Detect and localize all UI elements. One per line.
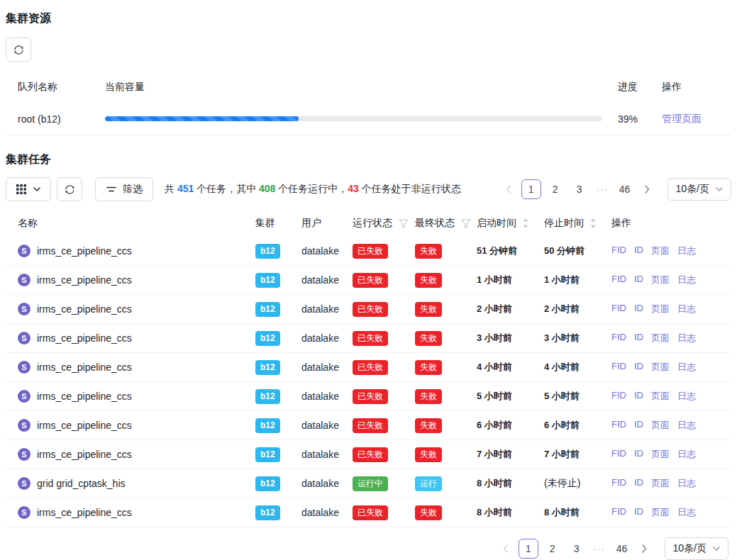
task-user: datalake (301, 449, 353, 460)
avatar: S (18, 303, 31, 315)
prev-page-icon[interactable] (500, 180, 517, 198)
log-link[interactable]: 日志 (677, 419, 696, 432)
page-46[interactable]: 46 (612, 539, 632, 559)
cluster-badge: b12 (255, 331, 280, 346)
fid-link[interactable]: FID (611, 448, 626, 461)
final-status-filter-icon[interactable] (461, 219, 471, 228)
log-link[interactable]: 日志 (677, 448, 696, 461)
id-link[interactable]: ID (634, 419, 643, 432)
log-link[interactable]: 日志 (677, 245, 696, 257)
tasks-toolbar: 筛选 共 451 个任务，其中 408 个任务运行中，43 个任务处于非运行状态… (6, 177, 731, 201)
manage-page-link[interactable]: 管理页面 (662, 113, 702, 124)
page-size-select[interactable]: 10条/页 (667, 178, 731, 201)
fid-link[interactable]: FID (611, 361, 626, 374)
log-link[interactable]: 日志 (677, 477, 696, 490)
cluster-badge: b12 (255, 302, 280, 317)
cluster-resources-title: 集群资源 (6, 0, 731, 26)
log-link[interactable]: 日志 (677, 390, 696, 403)
fid-link[interactable]: FID (611, 245, 626, 257)
fid-link[interactable]: FID (611, 477, 626, 490)
fid-link[interactable]: FID (611, 303, 626, 315)
id-link[interactable]: ID (634, 274, 643, 286)
chevron-down-icon (713, 547, 720, 551)
run-status-badge: 运行中 (353, 476, 388, 491)
page-link[interactable]: 页面 (651, 419, 670, 432)
final-status-badge: 失败 (415, 389, 442, 404)
start-time-sort-icon[interactable] (523, 218, 528, 228)
id-link[interactable]: ID (634, 506, 643, 519)
id-link[interactable]: ID (634, 448, 643, 461)
task-name: irms_ce_pipeline_ccs (37, 274, 132, 286)
log-link[interactable]: 日志 (677, 361, 696, 374)
next-page-icon[interactable] (639, 180, 656, 198)
final-status-badge: 失败 (415, 360, 442, 375)
task-name: irms_ce_pipeline_ccs (37, 449, 132, 460)
id-link[interactable]: ID (634, 303, 643, 315)
fid-link[interactable]: FID (611, 419, 626, 432)
page-2[interactable]: 2 (543, 539, 563, 559)
page-ellipsis[interactable]: ··· (591, 543, 608, 554)
page-1[interactable]: 1 (519, 539, 538, 559)
page-link[interactable]: 页面 (651, 506, 670, 519)
final-status-badge: 失败 (415, 273, 442, 288)
fid-link[interactable]: FID (611, 506, 626, 519)
page-3[interactable]: 3 (570, 179, 589, 199)
log-link[interactable]: 日志 (677, 303, 696, 315)
page-46[interactable]: 46 (615, 179, 635, 199)
resources-refresh-button[interactable] (6, 38, 31, 62)
log-link[interactable]: 日志 (677, 332, 696, 345)
chevron-down-icon (716, 187, 723, 191)
page-size-select[interactable]: 10条/页 (665, 537, 728, 560)
fid-link[interactable]: FID (611, 274, 626, 286)
id-link[interactable]: ID (634, 361, 643, 374)
task-name: irms_ce_pipeline_ccs (37, 391, 132, 402)
columns-settings-button[interactable] (6, 177, 51, 201)
cluster-badge: b12 (255, 273, 280, 288)
page-link[interactable]: 页面 (651, 274, 670, 286)
fid-link[interactable]: FID (611, 332, 626, 345)
log-link[interactable]: 日志 (677, 506, 696, 519)
stop-time: 2 小时前 (544, 303, 611, 315)
task-name: irms_ce_pipeline_ccs (37, 245, 132, 257)
log-link[interactable]: 日志 (677, 274, 696, 286)
page-link[interactable]: 页面 (651, 332, 670, 345)
tasks-refresh-button[interactable] (57, 177, 82, 201)
queue-table: 队列名称 当前容量 进度 操作 root (b12) 39% 管理页面 (6, 72, 731, 135)
page-link[interactable]: 页面 (651, 245, 670, 257)
next-page-icon[interactable] (636, 539, 653, 558)
stop-time: 3 小时前 (544, 332, 611, 345)
table-row: S irms_ce_pipeline_ccs b12 datalake 已失败 … (6, 295, 731, 324)
id-link[interactable]: ID (634, 245, 643, 257)
fid-link[interactable]: FID (611, 390, 626, 403)
id-link[interactable]: ID (634, 390, 643, 403)
final-status-badge: 运行 (415, 476, 442, 491)
stop-time: 50 分钟前 (544, 245, 611, 257)
stop-time: 4 小时前 (544, 361, 611, 374)
non-running-tasks-count: 43 (348, 183, 359, 194)
task-name: irms_ce_pipeline_ccs (37, 420, 132, 431)
table-row: S irms_ce_pipeline_ccs b12 datalake 已失败 … (6, 266, 731, 295)
id-link[interactable]: ID (634, 477, 643, 490)
id-link[interactable]: ID (634, 332, 643, 345)
filter-lines-icon (106, 185, 117, 194)
page-link[interactable]: 页面 (651, 303, 670, 315)
prev-page-icon[interactable] (497, 539, 514, 558)
page-2[interactable]: 2 (545, 179, 565, 199)
cluster-badge: b12 (255, 389, 280, 404)
page-link[interactable]: 页面 (651, 477, 670, 490)
col-name: 名称 (18, 217, 255, 230)
page-1[interactable]: 1 (521, 179, 541, 199)
task-user: datalake (301, 391, 353, 402)
run-status-filter-icon[interactable] (399, 219, 409, 228)
start-time: 8 小时前 (477, 477, 544, 490)
page-link[interactable]: 页面 (651, 390, 670, 403)
page-link[interactable]: 页面 (651, 361, 670, 374)
stop-time-sort-icon[interactable] (590, 218, 596, 228)
page-ellipsis[interactable]: ··· (594, 184, 611, 195)
task-user: datalake (301, 507, 353, 518)
page-link[interactable]: 页面 (651, 448, 670, 461)
col-run-status: 运行状态 (353, 217, 392, 230)
filter-button[interactable]: 筛选 (95, 177, 153, 201)
avatar: S (18, 245, 31, 257)
page-3[interactable]: 3 (567, 539, 587, 559)
